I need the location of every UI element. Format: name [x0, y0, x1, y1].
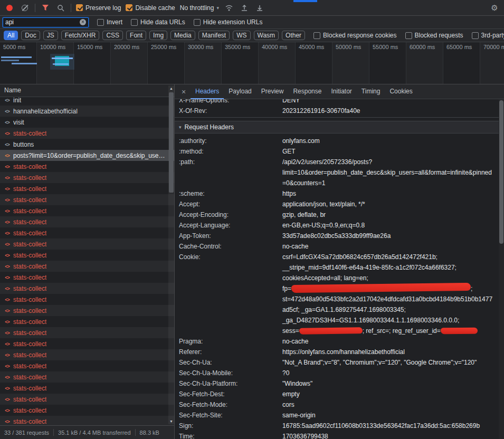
settings-button[interactable]: ⚙ [489, 3, 500, 13]
scrollbar-track[interactable] [168, 91, 174, 418]
hide-data-urls-checkbox[interactable] [131, 19, 138, 26]
request-row[interactable]: <>stats-collect [0, 316, 174, 327]
scroll-down-icon[interactable]: ▼ [169, 418, 173, 424]
redaction-scribble [441, 328, 478, 335]
tab-preview[interactable]: Preview [256, 84, 289, 99]
hide-extension-urls-toggle[interactable]: Hide extension URLs [194, 18, 263, 26]
header-row: Time:1703636799438 [175, 431, 504, 439]
request-row[interactable]: <>posts?limit=10&order=publish_date_desc… [0, 150, 174, 161]
filter-chips: AllDocJSFetch/XHRCSSFontImgMediaManifest… [4, 31, 305, 40]
name-column-header[interactable]: Name [0, 84, 174, 97]
blocked-response-cookies-checkbox[interactable] [313, 32, 320, 39]
disable-cache-toggle[interactable]: Disable cache [126, 4, 175, 12]
filter-button[interactable] [40, 3, 51, 13]
request-row[interactable]: <>stats-collect [0, 283, 174, 294]
filter-input[interactable] [5, 18, 80, 26]
filter-chip-ws[interactable]: WS [233, 31, 250, 40]
request-headers-section[interactable]: ▾ Request Headers [175, 121, 504, 133]
tab-timing[interactable]: Timing [357, 84, 385, 99]
request-row[interactable]: <>stats-collect [0, 261, 174, 272]
network-conditions-button[interactable] [224, 3, 234, 13]
request-row[interactable]: <>stats-collect [0, 183, 174, 194]
request-row[interactable]: <>init [0, 97, 174, 106]
throttling-select[interactable]: No throttling ▾ [180, 4, 219, 12]
filter-chip-other[interactable]: Other [282, 31, 305, 40]
3rd-party-requests-checkbox[interactable] [472, 32, 479, 39]
request-row[interactable]: <>stats-collect [0, 205, 174, 216]
request-row[interactable]: <>stats-collect [0, 216, 174, 227]
request-row[interactable]: <>stats-collect [0, 172, 174, 183]
scroll-up-icon[interactable]: ▲ [169, 85, 173, 91]
request-row[interactable]: <>buttons [0, 139, 174, 150]
request-name: stats-collect [13, 418, 46, 425]
request-row[interactable]: <>stats-collect [0, 194, 174, 205]
filter-chip-all[interactable]: All [4, 31, 18, 40]
filter-chip-js[interactable]: JS [43, 31, 58, 40]
request-row[interactable]: <>stats-collect [0, 305, 174, 316]
filter-chip-doc[interactable]: Doc [21, 31, 40, 40]
header-row: Sec-Fetch-Site:same-origin [175, 410, 504, 421]
tab-initiator[interactable]: Initiator [326, 84, 356, 99]
disable-cache-checkbox[interactable] [126, 4, 132, 11]
timeline-overview[interactable]: 5000 ms10000 ms15000 ms20000 ms25000 ms3… [0, 42, 504, 84]
invert-toggle[interactable]: Invert [97, 18, 122, 26]
chevron-down-icon: ▾ [216, 5, 219, 11]
tab-payload[interactable]: Payload [224, 84, 256, 99]
filter-chip-img[interactable]: Img [149, 31, 167, 40]
request-row[interactable]: <>stats-collect [0, 250, 174, 261]
request-row[interactable]: <>stats-collect [0, 349, 174, 360]
clear-log-button[interactable] [20, 3, 30, 13]
request-row[interactable]: <>stats-collect [0, 360, 174, 371]
header-name: Cache-Control: [179, 241, 282, 252]
hide-extension-urls-checkbox[interactable] [194, 19, 201, 26]
request-row[interactable]: <>stats-collect [0, 383, 174, 394]
request-row[interactable]: <>visit [0, 117, 174, 128]
request-row[interactable]: <>stats-collect [0, 416, 174, 425]
details-scrollbar[interactable] [499, 99, 504, 439]
request-row[interactable]: <>stats-collect [0, 161, 174, 172]
header-row: X-Frame-Options:DENY [175, 99, 504, 106]
clear-filter-icon[interactable]: × [80, 19, 86, 25]
filter-chip-font[interactable]: Font [126, 31, 146, 40]
details-scrollbar-thumb[interactable] [499, 100, 503, 244]
request-name: stats-collect [13, 196, 46, 204]
tab-cookies[interactable]: Cookies [385, 84, 417, 99]
export-har-button[interactable] [254, 3, 265, 13]
filter-chip-manifest[interactable]: Manifest [198, 31, 230, 40]
blocked-requests-checkbox[interactable] [405, 32, 412, 39]
request-row[interactable]: <>stats-collect [0, 394, 174, 405]
filter-chip-css[interactable]: CSS [102, 31, 123, 40]
request-row[interactable]: <>stats-collect [0, 128, 174, 139]
tab-response[interactable]: Response [288, 84, 326, 99]
header-row: Accept-Encoding:gzip, deflate, br [175, 209, 504, 220]
search-button[interactable] [55, 3, 66, 13]
import-har-button[interactable] [239, 3, 250, 13]
request-row[interactable]: <>stats-collect [0, 272, 174, 283]
preserve-log-toggle[interactable]: Preserve log [76, 4, 121, 12]
request-row[interactable]: <>stats-collect [0, 327, 174, 338]
request-row[interactable]: <>stats-collect [0, 371, 174, 383]
request-row[interactable]: <>hannahelizabethofficial [0, 106, 174, 117]
request-row[interactable]: <>stats-collect [0, 294, 174, 305]
3rd-party-requests-toggle[interactable]: 3rd-party requests [472, 32, 504, 39]
request-row[interactable]: <>stats-collect [0, 238, 174, 250]
filter-chip-fetch-xhr[interactable]: Fetch/XHR [61, 31, 100, 40]
scrollbar-thumb[interactable] [169, 92, 174, 193]
blocked-response-cookies-toggle[interactable]: Blocked response cookies [313, 32, 396, 39]
invert-checkbox[interactable] [97, 19, 104, 26]
3rd-party-requests-label: 3rd-party requests [481, 32, 504, 39]
record-button[interactable] [4, 3, 15, 13]
request-row[interactable]: <>stats-collect [0, 227, 174, 238]
request-row[interactable]: <>stats-collect [0, 338, 174, 349]
overview-tick-label: 15000 ms [77, 44, 102, 50]
close-details-button[interactable]: × [177, 88, 191, 96]
requests-scrollbar[interactable]: ▲ ▼ [168, 85, 174, 424]
tab-headers[interactable]: Headers [191, 84, 224, 99]
preserve-log-checkbox[interactable] [76, 4, 83, 11]
filter-chip-wasm[interactable]: Wasm [254, 31, 279, 40]
blocked-requests-toggle[interactable]: Blocked requests [405, 32, 463, 39]
request-row[interactable]: <>stats-collect [0, 405, 174, 416]
hide-data-urls-toggle[interactable]: Hide data URLs [131, 18, 185, 26]
filter-chip-media[interactable]: Media [170, 31, 195, 40]
overview-column: 35000 ms [222, 42, 259, 84]
